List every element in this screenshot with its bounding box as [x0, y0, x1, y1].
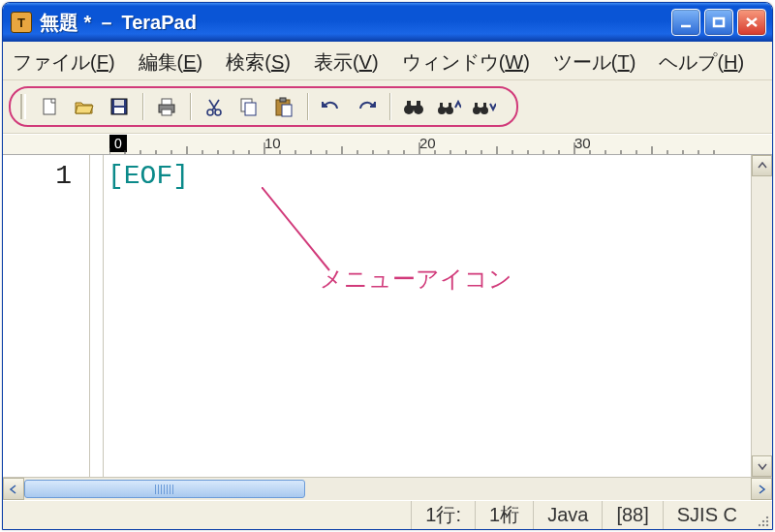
- undo-button[interactable]: [316, 92, 347, 121]
- gutter-separator: [90, 155, 104, 477]
- menu-search[interactable]: 検索(S): [226, 49, 291, 76]
- svg-rect-16: [245, 103, 256, 115]
- chevron-right-icon: [757, 485, 766, 494]
- svg-rect-24: [417, 101, 420, 106]
- chevron-left-icon: [9, 485, 18, 494]
- chevron-down-icon: [758, 461, 767, 471]
- ruler-mark: 30: [574, 135, 591, 151]
- copy-button[interactable]: [233, 92, 264, 121]
- cut-button[interactable]: [199, 92, 230, 121]
- save-button[interactable]: [104, 92, 135, 121]
- svg-rect-34: [483, 103, 486, 108]
- save-disk-icon: [108, 96, 130, 117]
- menu-bar: ファイル(F) 編集(E) 検索(S) 表示(V) ウィンドウ(W) ツール(T…: [3, 42, 772, 80]
- status-code: [88]: [602, 501, 662, 529]
- status-column: 1桁: [475, 501, 533, 529]
- svg-rect-23: [407, 101, 411, 106]
- ruler-mark: 10: [264, 135, 281, 151]
- redo-button[interactable]: [351, 92, 382, 121]
- svg-rect-29: [449, 103, 451, 108]
- line-number: 1: [3, 161, 72, 191]
- ruler: 0 10 20 30: [3, 134, 772, 155]
- svg-rect-28: [440, 103, 443, 108]
- close-button[interactable]: [737, 9, 766, 36]
- resize-grip[interactable]: [751, 501, 772, 529]
- svg-rect-32: [479, 108, 482, 110]
- svg-rect-1: [714, 18, 724, 26]
- vertical-scrollbar[interactable]: [751, 155, 772, 477]
- status-encoding: SJIS C: [663, 501, 751, 529]
- status-mode: Java: [533, 501, 602, 529]
- svg-rect-33: [475, 103, 478, 108]
- menu-edit[interactable]: 編集(E): [139, 49, 203, 76]
- window-title: 無題 * － TeraPad: [40, 10, 671, 36]
- svg-rect-6: [114, 100, 124, 106]
- print-button[interactable]: [151, 92, 182, 121]
- eof-marker: [EOF]: [108, 161, 189, 191]
- scroll-up-button[interactable]: [752, 155, 772, 176]
- menu-tool[interactable]: ツール(T): [553, 49, 636, 76]
- find-button[interactable]: [398, 92, 429, 121]
- scroll-right-button[interactable]: [751, 478, 772, 500]
- svg-rect-4: [44, 99, 55, 114]
- binoculars-down-icon: [471, 96, 496, 117]
- ruler-ticks-icon: [109, 135, 768, 155]
- svg-rect-27: [444, 108, 448, 110]
- minimize-button[interactable]: [671, 9, 700, 36]
- maximize-button[interactable]: [704, 9, 733, 36]
- status-bar: 1行: 1桁 Java [88] SJIS C: [3, 500, 772, 529]
- svg-rect-22: [411, 106, 417, 110]
- toolbar: [9, 86, 518, 127]
- chevron-up-icon: [758, 161, 767, 171]
- menu-window[interactable]: ウィンドウ(W): [402, 49, 530, 76]
- ruler-mark: 20: [419, 135, 436, 151]
- scroll-left-button[interactable]: [3, 478, 24, 500]
- close-icon: [744, 16, 760, 29]
- toolbar-handle[interactable]: [20, 94, 26, 119]
- menu-file[interactable]: ファイル(F): [13, 49, 115, 76]
- editor-area: 1 [EOF]: [3, 155, 772, 477]
- svg-rect-9: [162, 99, 171, 105]
- toolbar-container: [3, 80, 772, 134]
- printer-icon: [155, 96, 178, 117]
- find-next-button[interactable]: [468, 92, 499, 121]
- redo-icon: [355, 97, 378, 116]
- vscroll-track[interactable]: [752, 176, 772, 455]
- maximize-icon: [711, 16, 727, 29]
- find-prev-button[interactable]: [433, 92, 464, 121]
- text-editor[interactable]: [EOF]: [104, 155, 751, 477]
- app-window: T 無題 * － TeraPad ファイル(F) 編集(E) 検索(S) 表示(…: [2, 2, 773, 530]
- scroll-down-button[interactable]: [752, 455, 772, 477]
- copy-icon: [237, 96, 261, 117]
- open-folder-icon: [73, 96, 96, 117]
- svg-rect-18: [280, 98, 286, 102]
- menu-view[interactable]: 表示(V): [314, 49, 379, 76]
- undo-icon: [320, 97, 343, 116]
- title-bar[interactable]: T 無題 * － TeraPad: [3, 3, 772, 42]
- scissors-icon: [203, 96, 225, 117]
- svg-rect-7: [114, 108, 124, 113]
- binoculars-icon: [402, 96, 425, 117]
- paste-clipboard-icon: [272, 96, 295, 117]
- paste-button[interactable]: [268, 92, 299, 121]
- svg-rect-19: [282, 105, 292, 116]
- menu-help[interactable]: ヘルプ(H): [659, 49, 744, 76]
- app-icon: T: [11, 12, 32, 33]
- status-line: 1行:: [411, 501, 475, 529]
- hscroll-thumb[interactable]: [24, 480, 305, 498]
- line-number-gutter: 1: [3, 155, 90, 477]
- hscroll-track[interactable]: [24, 478, 751, 500]
- new-button[interactable]: [34, 92, 65, 121]
- horizontal-scrollbar[interactable]: [3, 477, 772, 500]
- open-button[interactable]: [69, 92, 100, 121]
- binoculars-up-icon: [436, 96, 461, 117]
- svg-rect-10: [162, 110, 171, 115]
- new-file-icon: [39, 96, 60, 117]
- minimize-icon: [678, 16, 694, 29]
